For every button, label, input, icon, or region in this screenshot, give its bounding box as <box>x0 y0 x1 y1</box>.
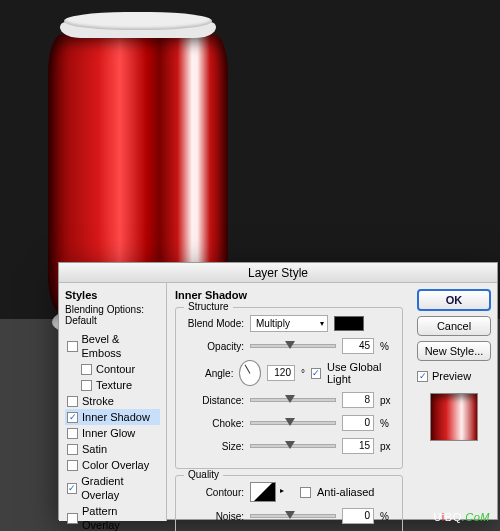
angle-unit: ° <box>301 368 305 379</box>
style-row-texture[interactable]: Texture <box>65 377 160 393</box>
panel-title: Inner Shadow <box>175 289 403 301</box>
style-row-contour[interactable]: Contour <box>65 361 160 377</box>
antialias-checkbox[interactable] <box>300 487 311 498</box>
effect-settings-panel: Inner Shadow Structure Blend Mode: Multi… <box>167 283 411 521</box>
style-checkbox[interactable]: ✓ <box>67 412 78 423</box>
style-checkbox[interactable] <box>67 460 78 471</box>
contour-label: Contour: <box>184 487 244 498</box>
choke-slider[interactable] <box>250 421 336 425</box>
style-label: Inner Shadow <box>82 410 150 424</box>
distance-unit: px <box>380 395 391 406</box>
style-row-bevel-emboss[interactable]: Bevel & Emboss <box>65 331 160 361</box>
blend-mode-label: Blend Mode: <box>184 318 244 329</box>
style-label: Color Overlay <box>82 458 149 472</box>
choke-input[interactable]: 0 <box>342 415 374 431</box>
style-row-stroke[interactable]: Stroke <box>65 393 160 409</box>
styles-header[interactable]: Styles <box>65 289 160 301</box>
style-row-inner-glow[interactable]: Inner Glow <box>65 425 160 441</box>
opacity-input[interactable]: 45 <box>342 338 374 354</box>
global-light-checkbox[interactable]: ✓ <box>311 368 321 379</box>
style-checkbox[interactable] <box>67 341 78 352</box>
style-label: Satin <box>82 442 107 456</box>
noise-unit: % <box>380 511 389 522</box>
styles-list: Styles Blending Options: Default Bevel &… <box>59 283 167 521</box>
style-checkbox[interactable] <box>67 428 78 439</box>
style-label: Bevel & Emboss <box>82 332 158 360</box>
style-checkbox[interactable] <box>81 380 92 391</box>
style-checkbox[interactable]: ✓ <box>67 483 77 494</box>
style-row-satin[interactable]: Satin <box>65 441 160 457</box>
global-light-label: Use Global Light <box>327 361 394 385</box>
opacity-unit: % <box>380 341 389 352</box>
structure-group: Structure Blend Mode: Multiply Opacity: … <box>175 307 403 469</box>
size-label: Size: <box>184 441 244 452</box>
angle-input[interactable]: 120 <box>267 365 295 381</box>
style-checkbox[interactable] <box>67 444 78 455</box>
style-checkbox[interactable] <box>67 513 78 524</box>
preview-checkbox[interactable]: ✓ <box>417 371 428 382</box>
style-label: Stroke <box>82 394 114 408</box>
style-label: Contour <box>96 362 135 376</box>
dialog-buttons: OK Cancel New Style... ✓ Preview <box>411 283 497 521</box>
size-slider[interactable] <box>250 444 336 448</box>
noise-slider[interactable] <box>250 514 336 518</box>
preview-label: Preview <box>432 370 471 382</box>
noise-input[interactable]: 0 <box>342 508 374 524</box>
preview-swatch <box>430 393 478 441</box>
style-label: Gradient Overlay <box>81 474 158 502</box>
angle-label: Angle: <box>184 368 233 379</box>
distance-input[interactable]: 8 <box>342 392 374 408</box>
size-input[interactable]: 15 <box>342 438 374 454</box>
distance-label: Distance: <box>184 395 244 406</box>
style-label: Texture <box>96 378 132 392</box>
distance-slider[interactable] <box>250 398 336 402</box>
dialog-title: Layer Style <box>59 263 497 283</box>
style-label: Pattern Overlay <box>82 504 158 531</box>
layer-style-dialog: Layer Style Styles Blending Options: Def… <box>58 262 498 520</box>
quality-group: Quality Contour: Anti-aliased Noise: 0 % <box>175 475 403 531</box>
choke-unit: % <box>380 418 389 429</box>
contour-picker[interactable] <box>250 482 276 502</box>
structure-legend: Structure <box>184 301 233 312</box>
style-row-color-overlay[interactable]: Color Overlay <box>65 457 160 473</box>
noise-label: Noise: <box>184 511 244 522</box>
choke-label: Choke: <box>184 418 244 429</box>
can-lid <box>64 12 212 30</box>
angle-dial[interactable] <box>239 360 261 386</box>
blending-options-row[interactable]: Blending Options: Default <box>65 304 160 326</box>
blend-mode-select[interactable]: Multiply <box>250 315 328 332</box>
cancel-button[interactable]: Cancel <box>417 316 491 336</box>
new-style-button[interactable]: New Style... <box>417 341 491 361</box>
style-row-pattern-overlay[interactable]: Pattern Overlay <box>65 503 160 531</box>
shadow-color-swatch[interactable] <box>334 316 364 331</box>
antialias-label: Anti-aliased <box>317 486 374 498</box>
size-unit: px <box>380 441 391 452</box>
opacity-label: Opacity: <box>184 341 244 352</box>
style-row-gradient-overlay[interactable]: ✓Gradient Overlay <box>65 473 160 503</box>
style-row-inner-shadow[interactable]: ✓Inner Shadow <box>65 409 160 425</box>
style-checkbox[interactable] <box>81 364 92 375</box>
opacity-slider[interactable] <box>250 344 336 348</box>
style-checkbox[interactable] <box>67 396 78 407</box>
quality-legend: Quality <box>184 469 223 480</box>
style-label: Inner Glow <box>82 426 135 440</box>
ok-button[interactable]: OK <box>417 289 491 311</box>
